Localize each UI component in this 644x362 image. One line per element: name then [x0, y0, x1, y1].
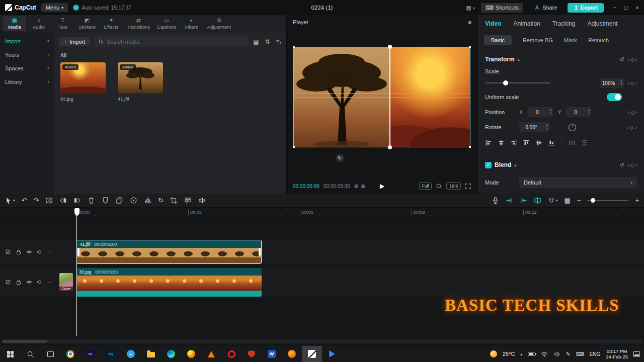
track-options-icon[interactable] — [5, 249, 11, 255]
filter-icon[interactable]: ≡▾ — [276, 38, 281, 45]
workspace-layout-icon[interactable]: ▦ ▾ — [466, 5, 474, 11]
reset-icon[interactable]: ↺ — [619, 162, 624, 168]
weather-icon[interactable] — [490, 350, 497, 357]
taskbar-capcut-active[interactable] — [302, 346, 322, 362]
add-keyframe-icon[interactable]: ◇ — [629, 125, 633, 130]
stepper-icon[interactable]: ▴▾ — [550, 108, 551, 115]
mirror-icon[interactable] — [144, 197, 151, 204]
scale-slider[interactable] — [485, 82, 550, 83]
taskbar-google-play[interactable] — [322, 346, 342, 362]
playhead[interactable] — [74, 208, 79, 337]
taskbar-firefox[interactable] — [181, 346, 201, 362]
freeze-frame-icon[interactable] — [130, 197, 137, 204]
battery-icon[interactable] — [528, 352, 535, 356]
add-keyframe-icon[interactable]: ◇ — [630, 162, 634, 168]
volume-icon[interactable] — [553, 351, 560, 357]
tab-tracking[interactable]: Tracking — [552, 20, 576, 27]
taskbar-edge[interactable] — [161, 346, 181, 362]
align-center-vertical-icon[interactable] — [535, 139, 542, 146]
wifi-icon[interactable] — [541, 351, 548, 357]
mark-icon[interactable] — [102, 197, 109, 204]
align-bottom-icon[interactable] — [548, 139, 555, 146]
hide-track-icon[interactable] — [26, 279, 32, 285]
reset-icon[interactable]: ↺ — [619, 56, 624, 63]
tab-audio[interactable]: ♫Audio — [27, 16, 50, 31]
search-box[interactable] — [94, 36, 249, 47]
magnetic-snap-icon[interactable] — [506, 197, 513, 204]
add-keyframe-icon[interactable]: ◇ — [630, 57, 634, 62]
minimize-button[interactable]: − — [613, 5, 616, 11]
zoom-in-icon[interactable]: + — [635, 197, 639, 204]
share-button[interactable]: Share — [529, 3, 561, 13]
sidebar-item-library[interactable]: Library▾ — [0, 75, 54, 88]
preview-canvas[interactable] — [293, 47, 470, 147]
stepper-icon[interactable]: ▴▾ — [546, 123, 548, 130]
lock-icon[interactable] — [16, 249, 22, 255]
taskbar-file-explorer[interactable] — [141, 346, 161, 362]
full-preview-button[interactable]: Full — [419, 183, 432, 190]
position-y-box[interactable]: 0 ▴▾ — [566, 107, 591, 117]
touch-keyboard-icon[interactable]: ⌨ — [576, 351, 584, 357]
tab-captions[interactable]: ▭Captions — [154, 16, 179, 31]
timeline-zoom-slider[interactable] — [587, 200, 628, 201]
tab-animation[interactable]: Animation — [513, 20, 540, 27]
rotate-icon[interactable]: ↻ — [158, 197, 164, 204]
temperature-label[interactable]: 25°C — [503, 351, 515, 357]
media-item-83jpg[interactable]: Added 83.jpg — [60, 62, 106, 102]
taskbar-opera[interactable] — [221, 346, 242, 362]
media-item-41jfif[interactable]: Added 41.jfif — [118, 62, 163, 102]
add-keyframe-icon[interactable]: ◇ — [630, 80, 634, 86]
slider-knob[interactable] — [591, 198, 595, 203]
maximize-button[interactable]: □ — [624, 5, 628, 11]
blend-checkbox[interactable]: ✓ — [485, 162, 492, 168]
player-menu-icon[interactable]: ≡ — [468, 19, 471, 25]
sidebar-item-import[interactable]: Import▾ — [0, 34, 54, 48]
search-input[interactable] — [107, 39, 245, 45]
aspect-ratio-button[interactable]: 16:9 — [446, 183, 461, 190]
delete-icon[interactable] — [88, 197, 95, 204]
voiceover-mic-icon[interactable] — [492, 197, 499, 204]
align-center-horizontal-icon[interactable] — [498, 139, 505, 146]
more-options-icon[interactable]: ⋯ — [47, 249, 52, 255]
play-button[interactable]: ▶ — [380, 183, 384, 190]
taskbar-telegram[interactable]: ▸ — [121, 346, 141, 362]
tab-filters[interactable]: ◐Filters — [180, 16, 203, 31]
import-button[interactable]: ↓ Import — [59, 37, 90, 46]
taskbar-word[interactable]: W — [262, 346, 282, 362]
select-cursor-icon[interactable]: ▾ — [5, 197, 15, 204]
add-keyframe-icon[interactable]: ◇ — [630, 110, 634, 115]
prev-keyframe-icon[interactable]: ‹ — [628, 162, 629, 168]
sort-icon[interactable]: ⇅ — [265, 38, 270, 45]
taskbar-photoshop[interactable]: Ps — [101, 346, 121, 362]
action-center-icon[interactable] — [633, 351, 640, 357]
tab-adjustment[interactable]: ⚙Adjustment — [204, 16, 234, 31]
task-view-button[interactable] — [40, 346, 60, 362]
tab-effects[interactable]: ✦Effects — [100, 16, 123, 31]
undo-icon[interactable]: ↶ — [22, 197, 27, 204]
timeline-ruler[interactable]: 00:00 00:03 00:06 00:09 00:12 — [0, 208, 644, 218]
preview-axis-icon[interactable] — [534, 197, 541, 204]
clip-83jpg[interactable]: 83.jpg 00:00:05:00 — [76, 268, 262, 297]
delete-right-icon[interactable] — [73, 197, 81, 204]
start-button[interactable] — [0, 346, 20, 362]
tab-text[interactable]: TText — [51, 16, 74, 31]
close-button[interactable]: × — [636, 5, 639, 11]
mute-track-icon[interactable] — [37, 279, 43, 285]
align-left-icon[interactable] — [485, 139, 492, 146]
taskbar-security-app[interactable] — [242, 346, 262, 362]
grid-overlay-icon[interactable]: ▦ — [354, 184, 359, 189]
extract-audio-icon[interactable] — [198, 197, 206, 204]
rotate-dial[interactable] — [569, 124, 576, 131]
rotate-value-box[interactable]: 0.00° ▴▾ — [519, 122, 549, 132]
align-right-icon[interactable] — [510, 139, 517, 146]
next-keyframe-icon[interactable]: › — [635, 80, 637, 86]
shortcuts-button[interactable]: ⌨ Shortcuts — [481, 3, 523, 13]
collapse-icon[interactable]: ▴ — [514, 163, 516, 167]
zoom-out-icon[interactable]: − — [577, 197, 581, 204]
taskbar-vlc[interactable] — [201, 346, 221, 362]
position-x-box[interactable]: 0 ▴▾ — [528, 107, 553, 117]
stepper-icon[interactable]: ▴▾ — [588, 108, 590, 115]
next-keyframe-icon[interactable]: › — [635, 57, 637, 62]
tab-stickers[interactable]: ◩Stickers — [75, 16, 99, 31]
prev-keyframe-icon[interactable]: ‹ — [628, 80, 629, 86]
